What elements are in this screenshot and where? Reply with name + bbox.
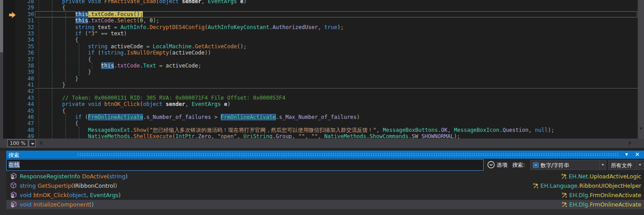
options-label[interactable]: 选项	[497, 161, 507, 169]
code-line-43[interactable]: // Token: 0x06000131 RID: 305 RVA: 0x000…	[36, 95, 554, 101]
search-panel: 搜索 ▾ ✕ 在线 选项 搜索: 数字/字符串 所有文件	[0, 151, 644, 215]
results-bottom-strip	[6, 209, 644, 215]
search-type-dropdown[interactable]: 数字/字符串	[530, 160, 606, 170]
code-editor[interactable]: 2829303132333435363738394041424344454647…	[0, 0, 644, 139]
code-line-31[interactable]: this.txtCode.Select(0, 0);	[36, 17, 554, 24]
dropdown-arrow[interactable]	[599, 160, 606, 169]
code-lines[interactable]: private void FrmActivate_Load(object sen…	[36, 0, 554, 139]
line-number: 28	[15, 0, 34, 4]
left-scrollbar[interactable]	[0, 0, 3, 139]
line-number: 34	[15, 37, 34, 43]
code-line-48[interactable]: MessageBoxExt.Show("您已经输入多次错误的激活码！现在将打开官…	[36, 127, 554, 133]
code-line-49[interactable]: NativeMethods.ShellExecute(IntPtr.Zero, …	[36, 133, 554, 139]
editor-horizontal-scroll-band[interactable]: 100 %	[0, 139, 644, 148]
code-line-40[interactable]: }	[36, 76, 554, 82]
options-expander-icon[interactable]	[487, 161, 495, 169]
code-line-38[interactable]: this.txtCode.Text = activeCode;	[36, 63, 554, 69]
chevron-down-icon	[639, 164, 641, 166]
chevron-down-icon	[31, 143, 34, 145]
left-scrollbar-thumb[interactable]	[0, 0, 3, 52]
method-private-icon	[10, 201, 17, 208]
class-icon	[561, 201, 568, 208]
file-filter-dropdown[interactable]: 所有文件	[608, 160, 644, 170]
panel-close-button[interactable]: ✕	[632, 151, 642, 159]
dropdown-arrow[interactable]	[636, 160, 643, 169]
search-panel-title: 搜索	[9, 152, 19, 159]
code-line-47[interactable]: {	[36, 120, 554, 126]
line-numbers: 2829303132333435363738394041424344454647…	[15, 0, 34, 139]
line-number: 32	[15, 24, 34, 30]
result-location: EH.Dlg.FrmOnlineActivate	[561, 190, 641, 200]
scroll-down-arrow-icon[interactable]	[639, 127, 643, 130]
panel-left-strip	[0, 151, 6, 215]
zoom-dropdown-button[interactable]	[29, 139, 36, 147]
panel-position-button[interactable]: ▾	[622, 151, 631, 159]
search-result-row[interactable]: string GetSupertip(IRibbonControl) EH.La…	[6, 181, 644, 190]
line-number: 38	[15, 63, 34, 69]
line-number: 29	[15, 4, 34, 11]
search-query-selected-text: 在线	[9, 161, 20, 168]
chevron-down-icon	[601, 164, 604, 166]
code-line-30[interactable]: this.txtCode.Focus();	[36, 11, 554, 17]
result-signature: void btnOK_Click(object, EventArgs)	[20, 190, 120, 200]
line-number: 45	[15, 108, 34, 114]
result-signature: void InitializeComponent()	[20, 200, 94, 209]
result-signature: ResponseRegisterInfo DoActive(string)	[20, 172, 128, 181]
code-line-29[interactable]: {	[36, 4, 554, 11]
code-line-46[interactable]: if (FrmOnlineActivate.s_Number_of_failur…	[36, 114, 554, 120]
search-results-list: ResponseRegisterInfo DoActive(string) EH…	[6, 172, 644, 209]
search-panel-header[interactable]: 搜索 ▾ ✕	[6, 151, 644, 159]
line-number: 33	[15, 30, 34, 37]
search-type-value: 数字/字符串	[541, 162, 569, 169]
line-number: 40	[15, 76, 34, 82]
code-line-35[interactable]: string activeCode = LocalMachine.GetActi…	[36, 43, 554, 50]
method-private-icon	[10, 173, 17, 180]
line-number: 41	[15, 82, 34, 88]
result-location: EH.Language.RibbonUIObjectHelper	[532, 181, 641, 190]
editor-zoom-level[interactable]: 100 %	[7, 139, 28, 147]
editor-vertical-scrollbar[interactable]	[638, 0, 644, 139]
code-line-34[interactable]: {	[36, 37, 554, 43]
search-for-label: 搜索:	[512, 161, 525, 169]
search-options-bar: 选项 搜索: 数字/字符串 所有文件	[484, 159, 644, 171]
file-filter-value: 所有文件	[611, 162, 632, 169]
line-number: 36	[15, 50, 34, 56]
search-result-row[interactable]: ResponseRegisterInfo DoActive(string) EH…	[6, 172, 644, 181]
code-line-33[interactable]: if ("3" == text)	[36, 30, 554, 37]
line-number: 47	[15, 120, 34, 126]
search-result-row[interactable]: void btnOK_Click(object, EventArgs) EH.D…	[6, 190, 644, 200]
scroll-left-arrow-icon[interactable]	[39, 141, 42, 145]
code-line-44[interactable]: private void btnOK_Click(object sender, …	[36, 101, 554, 107]
code-line-45[interactable]: {	[36, 108, 554, 114]
result-location: EH.Net.UploadActiveLogic	[561, 172, 641, 181]
line-number: 37	[15, 56, 34, 63]
result-location: EH.Dlg.FrmOnlineActivate	[561, 200, 641, 209]
search-result-row[interactable]: void InitializeComponent() EH.Dlg.FrmOnl…	[6, 200, 644, 209]
class-icon	[561, 192, 568, 198]
header-drag-dots	[77, 153, 619, 157]
line-number: 42	[15, 88, 34, 94]
breakpoint-margin[interactable]	[3, 0, 15, 139]
result-signature: string GetSupertip(IRibbonControl)	[20, 181, 117, 190]
line-number: 30	[15, 11, 34, 17]
method-private-icon	[10, 191, 17, 198]
number-string-filter-icon	[533, 162, 539, 168]
code-line-32[interactable]: string text = AuthInfo.DecryptDES4Config…	[36, 24, 554, 30]
line-number: 43	[15, 95, 34, 101]
code-line-42[interactable]	[36, 88, 554, 94]
code-line-41[interactable]: }	[36, 82, 554, 88]
class-icon	[532, 182, 539, 189]
line-number: 39	[15, 69, 34, 75]
scroll-right-arrow-icon[interactable]	[629, 141, 631, 145]
method-icon	[10, 182, 17, 189]
search-input[interactable]: 在线	[6, 159, 484, 171]
code-line-36[interactable]: if (!string.IsNullOrEmpty(activeCode))	[36, 50, 554, 56]
code-line-39[interactable]: }	[36, 69, 554, 75]
line-number: 35	[15, 43, 34, 50]
line-number: 31	[15, 17, 34, 24]
line-number: 44	[15, 101, 34, 107]
class-icon	[561, 173, 567, 180]
code-line-37[interactable]: {	[36, 56, 554, 63]
code-line-28[interactable]: private void FrmActivate_Load(object sen…	[36, 0, 554, 4]
dnspy-window: 2829303132333435363738394041424344454647…	[0, 0, 644, 215]
